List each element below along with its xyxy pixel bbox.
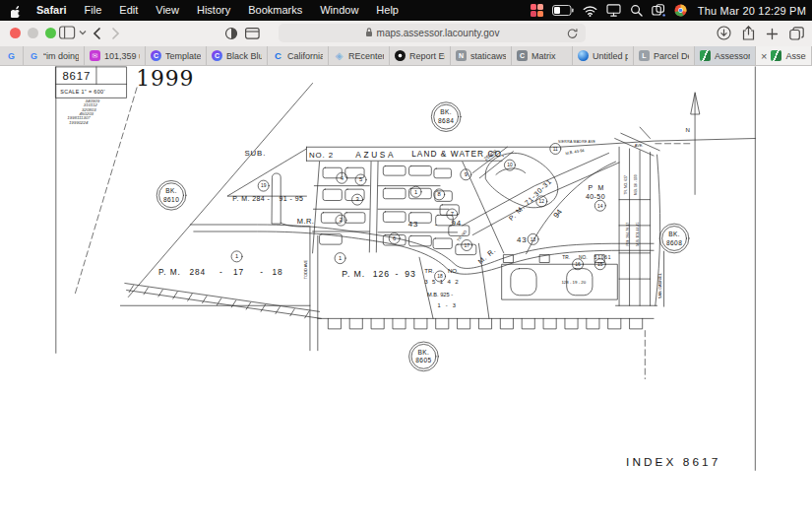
- tab-title: REcenter...: [348, 51, 384, 61]
- map-text: 8617SCALE 1" = 600'199934090931011232080…: [60, 66, 720, 469]
- svg-text:91 - 95: 91 - 95: [279, 195, 303, 202]
- zoom-window-button[interactable]: [45, 28, 56, 38]
- screen-share-icon[interactable]: [652, 4, 665, 17]
- diamond-favicon: [334, 50, 344, 61]
- svg-text:16: 16: [575, 262, 581, 267]
- svg-text:AVE.: AVE.: [635, 143, 644, 148]
- svg-text:BK.: BK.: [440, 108, 452, 115]
- extension-icon[interactable]: [245, 28, 260, 39]
- dark-mode-extension-icon[interactable]: [224, 27, 238, 40]
- lock-icon: [365, 28, 373, 39]
- tab-recenter-[interactable]: REcenter...: [329, 46, 390, 65]
- menu-window[interactable]: Window: [311, 4, 367, 16]
- svg-text:51061: 51061: [594, 255, 612, 260]
- tab-101-359-u-[interactable]: 101,359 u...: [85, 46, 146, 65]
- apple-menu-icon[interactable]: [6, 0, 28, 21]
- map-green-favicon: [700, 50, 711, 61]
- tab-title: Black Blu...: [226, 51, 262, 61]
- tab-black-blu-[interactable]: Black Blu...: [207, 46, 268, 65]
- share-icon[interactable]: [742, 26, 755, 44]
- svg-text:14: 14: [597, 204, 603, 209]
- svg-text:P. M.: P. M.: [158, 267, 181, 277]
- back-button[interactable]: [91, 27, 104, 40]
- svg-text:N: N: [685, 126, 689, 133]
- minimize-window-button[interactable]: [28, 28, 38, 38]
- svg-text:NO.: NO.: [448, 267, 459, 274]
- svg-text:-: -: [219, 267, 222, 277]
- svg-text:-: -: [435, 220, 438, 229]
- downloads-icon[interactable]: [717, 26, 731, 44]
- svg-text:1: 1: [235, 253, 238, 259]
- tab-title: Report Ed...: [409, 51, 445, 61]
- svg-text:3: 3: [355, 196, 358, 202]
- browser-app-icon[interactable]: [674, 4, 687, 17]
- svg-text:7: 7: [451, 211, 454, 217]
- svg-text:19990224: 19990224: [69, 120, 89, 125]
- tab-google[interactable]: [0, 46, 24, 65]
- svg-text:P.M. 284-78-17: P.M. 284-78-17: [626, 223, 630, 246]
- tab-untitled-p-[interactable]: Untitled p...: [573, 46, 634, 65]
- menu-history[interactable]: History: [188, 4, 239, 16]
- url-text: maps.assessor.lacounty.gov: [377, 28, 500, 38]
- svg-text:8684: 8684: [438, 117, 454, 124]
- tab-staticaws-[interactable]: staticaws....: [451, 46, 512, 65]
- letter-c-favicon: [273, 50, 283, 61]
- svg-text:AZUSA: AZUSA: [355, 150, 396, 160]
- menu-edit[interactable]: Edit: [110, 4, 147, 16]
- close-tab-icon[interactable]: ×: [761, 51, 767, 61]
- menu-items: SafariFileEditViewHistoryBookmarksWindow…: [28, 0, 407, 21]
- svg-text:SIERRA MADRE AVE: SIERRA MADRE AVE: [558, 140, 596, 144]
- menu-clock[interactable]: Thu Mar 20 12:29 PM: [698, 5, 806, 17]
- close-window-button[interactable]: [10, 28, 21, 38]
- assessor-map[interactable]: 8617SCALE 1" = 600'199934090931011232080…: [0, 66, 812, 528]
- battery-icon[interactable]: [552, 5, 574, 16]
- letter-c-square-favicon: [517, 50, 528, 61]
- sidebar-toggle-icon[interactable]: [59, 26, 76, 39]
- app-mosaic-icon[interactable]: [531, 4, 543, 17]
- menu-view[interactable]: View: [147, 4, 188, 16]
- new-tab-icon[interactable]: [766, 27, 779, 44]
- menu-safari[interactable]: Safari: [28, 4, 76, 16]
- address-bar[interactable]: maps.assessor.lacounty.gov: [279, 24, 586, 42]
- macos-safari-window: SafariFileEditViewHistoryBookmarksWindow…: [0, 0, 812, 528]
- svg-text:17: 17: [233, 267, 244, 277]
- dark-circle-favicon: [395, 50, 406, 61]
- svg-text:40-50: 40-50: [586, 193, 605, 200]
- tab-assessor-[interactable]: ×Assessor...: [756, 46, 812, 65]
- svg-text:5: 5: [359, 176, 362, 182]
- svg-text:128 - 19 - 20: 128 - 19 - 20: [561, 280, 586, 285]
- svg-text:P. M. 71-30-31: P. M. 71-30-31: [508, 177, 553, 222]
- reload-icon[interactable]: [567, 28, 578, 41]
- tab--im-doing-[interactable]: “im doing...: [24, 46, 85, 65]
- mail-favicon: [90, 50, 100, 61]
- search-icon[interactable]: [630, 4, 643, 17]
- display-mirroring-icon[interactable]: [606, 4, 621, 17]
- svg-text:4: 4: [341, 175, 344, 181]
- tab-title: California...: [287, 51, 323, 61]
- svg-text:8605: 8605: [415, 357, 431, 363]
- chevron-down-icon[interactable]: [79, 30, 87, 35]
- svg-text:15: 15: [597, 262, 603, 267]
- svg-text:M.B. 925 -: M.B. 925 -: [427, 292, 453, 297]
- wifi-icon[interactable]: [583, 5, 597, 17]
- menu-bookmarks[interactable]: Bookmarks: [239, 4, 311, 16]
- svg-text:43: 43: [517, 235, 528, 244]
- svg-text:94: 94: [552, 207, 565, 220]
- tab-matrix[interactable]: Matrix: [512, 46, 573, 65]
- forward-button[interactable]: [108, 27, 122, 40]
- svg-text:1 - 3: 1 - 3: [437, 302, 457, 308]
- tab-parcel-de-[interactable]: Parcel De...: [634, 46, 695, 65]
- svg-text:1: 1: [339, 255, 342, 261]
- menu-help[interactable]: Help: [367, 4, 407, 16]
- tab-california-[interactable]: California...: [268, 46, 329, 65]
- svg-text:M.B. 101-44-45: M.B. 101-44-45: [636, 223, 640, 246]
- menu-file[interactable]: File: [76, 4, 111, 16]
- tab-overview-icon[interactable]: [789, 27, 804, 44]
- svg-text:BK.: BK.: [418, 349, 430, 356]
- svg-text:9: 9: [465, 171, 468, 177]
- tab-report-ed-[interactable]: Report Ed...: [390, 46, 451, 65]
- tab-templates[interactable]: Templates: [146, 46, 207, 65]
- svg-text:SUB.: SUB.: [244, 149, 266, 158]
- tab-assessor-[interactable]: Assessor...: [695, 46, 756, 65]
- map-green-favicon: [771, 50, 781, 61]
